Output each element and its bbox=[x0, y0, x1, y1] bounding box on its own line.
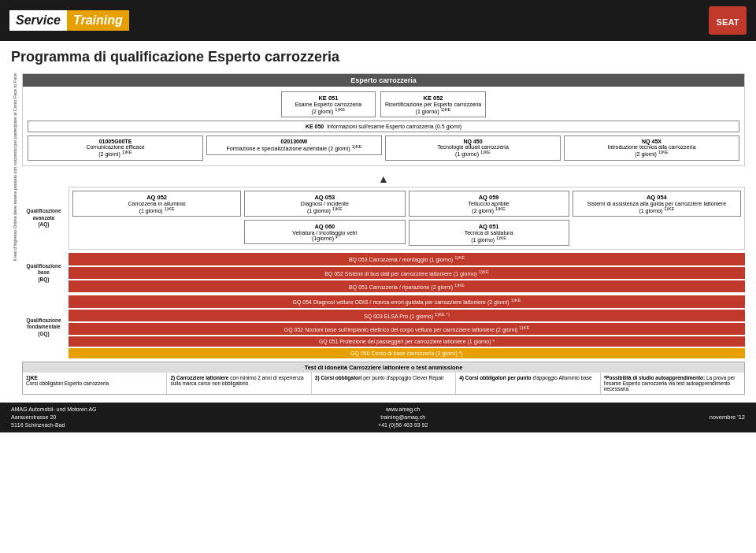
esperto-section: Esperto carrozzeria KE 051 Esame Esperto… bbox=[22, 73, 745, 166]
svg-text:SEAT: SEAT bbox=[716, 17, 739, 27]
bq051-bar: BQ 051 Carrozzeria / riparazione (2 gior… bbox=[69, 280, 745, 292]
aq-label: Qualificazioneavanzata(AQ) bbox=[22, 187, 65, 251]
gq051-bar: GQ 051 Protezione dei passeggeri per car… bbox=[69, 336, 745, 347]
footer: AMAG Automobil- und Motoren AG Aarauerst… bbox=[0, 403, 756, 432]
gq-section: GQ 054 Diagnosi vetture ODIS / ricerca e… bbox=[69, 295, 745, 358]
course-NQ450-desc: Tecnologie attuali carrozzeria(1 giorno)… bbox=[389, 144, 557, 157]
header: Service Training SEAT bbox=[0, 0, 756, 41]
courses-row: 01005G00TE Comunicazione efficace(2 gior… bbox=[28, 135, 739, 160]
aq059-box: AQ 059 Tettuccio apribile(2 giorni) 1)KE bbox=[409, 191, 569, 217]
course-NQ450-title: NQ 450 bbox=[389, 139, 557, 144]
course-01005-title: 01005G00TE bbox=[32, 139, 199, 144]
ke050-box: KE 050 Informazioni sull'esame Esperto c… bbox=[28, 121, 739, 132]
ke052-title: KE 052 bbox=[385, 95, 481, 102]
aq-section: AQ 052 Carrozzeria in alluminio(1 giorno… bbox=[69, 187, 745, 251]
footer-company: AMAG Automobil- und Motoren AG Aarauerst… bbox=[11, 406, 97, 429]
aq053-box: AQ 053 Diagnosi / incidente(1 giorno) 1)… bbox=[244, 191, 405, 217]
bq052-bar: BQ 052 Sistemi di bus dati per carrozzie… bbox=[69, 267, 745, 279]
vertical-text: Il test d'ingresso Online deve essere pa… bbox=[13, 73, 17, 261]
sq003-bar: SQ 003 ELSA Pro (1 giorno) 1)KE *) bbox=[69, 310, 745, 321]
arrow-up-icon: ▲ bbox=[22, 173, 745, 185]
aq-level-wrapper: Qualificazioneavanzata(AQ) AQ 052 Carroz… bbox=[22, 187, 745, 251]
gq050-bar: GQ 050 Corso di base carrozzeria (3 gior… bbox=[69, 348, 745, 358]
ke050-desc: Informazioni sull'esame Esperto carrozze… bbox=[327, 124, 461, 129]
bq-section: BQ 053 Carrozzeria / montaggio (1 giorno… bbox=[69, 253, 745, 292]
ke051-box: KE 051 Esame Esperto carrozzeria(2 giorn… bbox=[281, 91, 376, 117]
test-row: 1)KE Corsi obbligatori Esperto carrozzer… bbox=[23, 373, 744, 394]
gq-label: Qualificazionefondamentale(GQ) bbox=[22, 295, 65, 358]
bq-level-wrapper: Qualificazionebase(BQ) BQ 053 Carrozzeri… bbox=[22, 253, 745, 292]
footer-contact: www.amag.ch training@amag.ch +41 (0)56 4… bbox=[378, 406, 428, 429]
ke051-title: KE 051 bbox=[286, 95, 371, 102]
bq-label: Qualificazionebase(BQ) bbox=[22, 253, 65, 292]
logo-service: Service bbox=[9, 10, 67, 31]
aq054-box: AQ 054 Sistemi di assistenza alla guida … bbox=[573, 191, 741, 217]
test-header: Test di idoneità Carrozziere lattoniere … bbox=[23, 362, 744, 373]
footer-date: novembre '12 bbox=[710, 414, 745, 421]
course-0201300W-title: 0201300W bbox=[210, 139, 378, 144]
test-col-5: *Possibilità di studio autoapprendimento… bbox=[601, 373, 744, 394]
gq-level-wrapper: Qualificazionefondamentale(GQ) GQ 054 Di… bbox=[22, 295, 745, 358]
course-NQ45X-desc: Introduzione tecnica alla carrozzeria(2 … bbox=[568, 144, 736, 157]
bq053-bar: BQ 053 Carrozzeria / montaggio (1 giorno… bbox=[69, 253, 745, 265]
ke051-desc: Esame Esperto carrozzeria(2 giorni) 1)KE bbox=[286, 102, 371, 114]
ke050-title: KE 050 bbox=[306, 124, 324, 129]
logo: Service Training bbox=[9, 10, 129, 31]
course-NQ45X-title: NQ 45X bbox=[568, 139, 736, 144]
main-content: Programma di qualificazione Esperto carr… bbox=[0, 41, 756, 399]
aq060-box: AQ 060 Vetratura / incollaggio vetri(1gi… bbox=[244, 220, 405, 244]
aq052-box: AQ 052 Carrozzeria in alluminio(1 giorno… bbox=[72, 191, 241, 217]
gq054-bar: GQ 054 Diagnosi vetture ODIS / ricerca e… bbox=[69, 295, 745, 307]
page-title: Programma di qualificazione Esperto carr… bbox=[11, 49, 745, 65]
course-01005-desc: Comunicazione efficace(2 giorni) 1)KE bbox=[32, 144, 199, 157]
vertical-text-container: Il test d'ingresso Online deve essere pa… bbox=[11, 73, 19, 261]
test-col-4: 4) Corsi obbligatori per punto d'appoggi… bbox=[456, 373, 600, 394]
course-0201300W: 0201300W Formazione e specializzazione a… bbox=[206, 135, 382, 154]
course-01005G00TE: 01005G00TE Comunicazione efficace(2 gior… bbox=[28, 135, 203, 160]
aq051-box: AQ 051 Tecnica di saldatura(1 giorno) 1)… bbox=[409, 220, 569, 246]
course-NQ45X: NQ 45X Introduzione tecnica alla carrozz… bbox=[564, 135, 739, 160]
course-0201300W-desc: Formazione e specializzazione aziendale … bbox=[210, 144, 378, 151]
gq052-bar: GQ 052 Nozioni base sull'impianto elettr… bbox=[69, 323, 745, 335]
logo-training: Training bbox=[67, 10, 129, 31]
course-NQ450: NQ 450 Tecnologie attuali carrozzeria(1 … bbox=[385, 135, 561, 160]
test-col-2: 2) Carrozziere lattoniere con minimo 2 a… bbox=[167, 373, 311, 394]
test-section: Test di idoneità Carrozziere lattoniere … bbox=[22, 362, 745, 395]
ke052-desc: Ricertificazione per Esperto carrozzeria… bbox=[385, 102, 481, 114]
test-col-3: 3) Corsi obbligatori per punto d'appoggi… bbox=[312, 373, 456, 394]
esperto-header: Esperto carrozzeria bbox=[23, 74, 744, 87]
test-col-1: 1)KE Corsi obbligatori Esperto carrozzer… bbox=[23, 373, 167, 394]
ke052-box: KE 052 Ricertificazione per Esperto carr… bbox=[380, 91, 486, 117]
seat-logo-icon: SEAT bbox=[709, 6, 747, 35]
